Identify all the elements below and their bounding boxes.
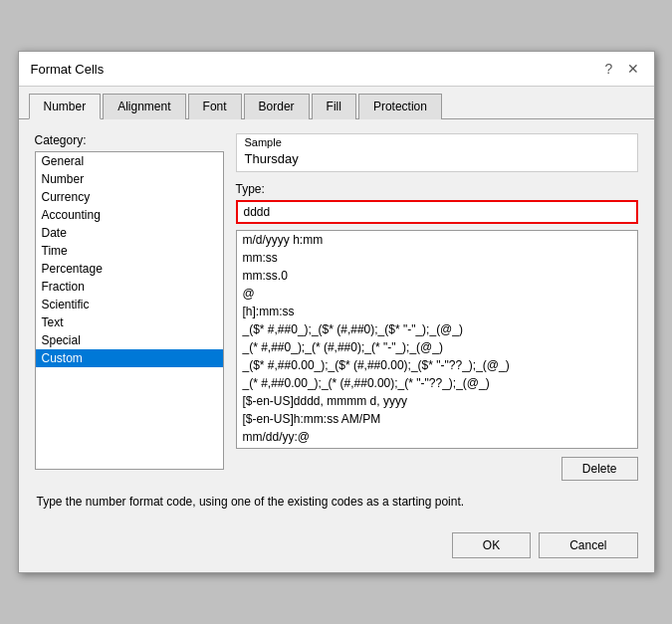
type-input-wrap bbox=[236, 200, 638, 224]
format-item[interactable]: _($* #,##0.00_);_($* (#,##0.00);_($* "-"… bbox=[237, 356, 637, 374]
category-item-custom[interactable]: Custom bbox=[36, 349, 223, 367]
format-cells-dialog: Format Cells ? ✕ Number Alignment Font B… bbox=[18, 51, 655, 573]
tab-border[interactable]: Border bbox=[244, 94, 310, 119]
category-item-number[interactable]: Number bbox=[36, 170, 223, 188]
format-item[interactable]: [h]:mm:ss bbox=[237, 303, 637, 320]
tab-protection[interactable]: Protection bbox=[358, 94, 442, 119]
category-item-currency[interactable]: Currency bbox=[36, 188, 223, 206]
category-item-special[interactable]: Special bbox=[36, 331, 223, 349]
delete-row: Delete bbox=[236, 457, 638, 481]
category-item-text[interactable]: Text bbox=[36, 313, 223, 331]
category-item-percentage[interactable]: Percentage bbox=[36, 260, 223, 278]
category-item-fraction[interactable]: Fraction bbox=[36, 278, 223, 296]
category-item-date[interactable]: Date bbox=[36, 224, 223, 242]
category-label: Category: bbox=[35, 133, 224, 147]
help-button[interactable]: ? bbox=[600, 60, 618, 78]
tab-fill[interactable]: Fill bbox=[312, 94, 356, 119]
dialog-content: Category: General Number Currency Accoun… bbox=[19, 119, 654, 522]
delete-button[interactable]: Delete bbox=[561, 457, 638, 481]
ok-button[interactable]: OK bbox=[452, 532, 531, 558]
format-item[interactable]: [$-en-US]h:mm:ss AM/PM bbox=[237, 410, 637, 428]
type-input[interactable] bbox=[236, 200, 638, 224]
tab-bar: Number Alignment Font Border Fill Protec… bbox=[19, 87, 654, 119]
title-bar-controls: ? ✕ bbox=[600, 60, 642, 78]
main-row: Category: General Number Currency Accoun… bbox=[35, 133, 638, 481]
left-panel: Category: General Number Currency Accoun… bbox=[35, 133, 224, 481]
format-item[interactable]: mm:ss bbox=[237, 249, 637, 267]
dialog-title: Format Cells bbox=[31, 62, 105, 77]
category-item-scientific[interactable]: Scientific bbox=[36, 296, 223, 313]
category-list-container: General Number Currency Accounting Date … bbox=[35, 151, 224, 470]
format-list[interactable]: m/d/yyyy h:mm mm:ss mm:ss.0 @ [h]:mm:ss … bbox=[236, 230, 638, 449]
category-item-general[interactable]: General bbox=[36, 152, 223, 170]
format-item[interactable]: [$-en-US]dddd, mmmm d, yyyy bbox=[237, 392, 637, 410]
cancel-button[interactable]: Cancel bbox=[539, 532, 637, 558]
tab-number[interactable]: Number bbox=[29, 94, 102, 119]
format-item[interactable]: _($* #,##0_);_($* (#,##0);_($* "-"_);_(@… bbox=[237, 320, 637, 338]
format-item[interactable]: _(* #,##0.00_);_(* (#,##0.00);_(* "-"??_… bbox=[237, 374, 637, 392]
hint-text: Type the number format code, using one o… bbox=[35, 495, 638, 509]
close-button[interactable]: ✕ bbox=[624, 60, 642, 78]
sample-box: Sample Thursday bbox=[236, 133, 638, 172]
format-item[interactable]: mm/dd/yy:@ bbox=[237, 428, 637, 446]
format-item[interactable]: @ bbox=[237, 285, 637, 303]
title-bar: Format Cells ? ✕ bbox=[19, 52, 654, 87]
format-item[interactable]: mm:ss.0 bbox=[237, 267, 637, 285]
format-item[interactable]: _(* #,##0_);_(* (#,##0);_(* "-"_);_(@_) bbox=[237, 338, 637, 356]
format-item[interactable]: m/d/yyyy h:mm bbox=[237, 231, 637, 249]
category-list-scroll[interactable]: General Number Currency Accounting Date … bbox=[36, 152, 223, 469]
category-item-time[interactable]: Time bbox=[36, 242, 223, 260]
category-item-accounting[interactable]: Accounting bbox=[36, 206, 223, 224]
sample-value: Thursday bbox=[245, 148, 629, 169]
dialog-footer: OK Cancel bbox=[19, 522, 654, 572]
type-label: Type: bbox=[236, 182, 638, 196]
sample-label: Sample bbox=[245, 136, 629, 148]
tab-font[interactable]: Font bbox=[188, 94, 242, 119]
tab-alignment[interactable]: Alignment bbox=[103, 94, 185, 119]
right-panel: Sample Thursday Type: m/d/yyyy h:mm mm:s… bbox=[236, 133, 638, 481]
